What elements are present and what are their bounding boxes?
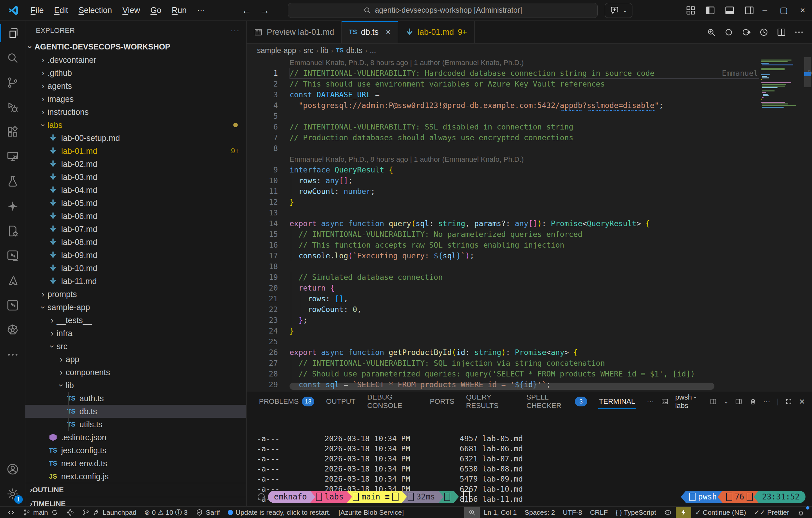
explorer-more-icon[interactable]: ··· bbox=[231, 26, 240, 35]
panel-close-icon[interactable]: × bbox=[799, 396, 805, 407]
tree-item-lab-07.md[interactable]: lab-07.md bbox=[25, 223, 246, 236]
panel-tab-debug-console[interactable]: DEBUG CONSOLE bbox=[363, 392, 423, 411]
status-sarif[interactable]: Sarif bbox=[192, 507, 224, 518]
status-launchpad[interactable]: Launchpad bbox=[78, 507, 141, 518]
status-indentation[interactable]: Spaces: 2 bbox=[521, 507, 559, 518]
breadcrumb-item[interactable]: src bbox=[303, 46, 314, 55]
status-update-ready[interactable]: Update is ready, click to restart. bbox=[224, 507, 335, 518]
tree-item-lab-06.md[interactable]: lab-06.md bbox=[25, 209, 246, 223]
command-center[interactable]: agentic-devsecops-workshop [Administrato… bbox=[288, 3, 598, 18]
toggle-panel-icon[interactable] bbox=[724, 5, 735, 16]
breadcrumb-item[interactable]: db.ts bbox=[346, 46, 362, 55]
minimize-button[interactable]: – bbox=[755, 0, 774, 21]
gitlens-icon[interactable] bbox=[706, 27, 716, 37]
status-notifications[interactable] bbox=[793, 507, 809, 518]
run-timer-icon[interactable] bbox=[759, 27, 769, 37]
activity-files-icon[interactable] bbox=[0, 21, 25, 46]
tree-item-labs[interactable]: ›labs bbox=[25, 118, 246, 132]
forward-icon[interactable]: → bbox=[260, 5, 270, 16]
activity-azure-icon[interactable] bbox=[0, 268, 25, 293]
more-actions-icon[interactable] bbox=[794, 27, 804, 37]
tree-item-.github[interactable]: ›.github bbox=[25, 66, 246, 79]
tree-item-next.config.js[interactable]: JSnext.config.js bbox=[25, 470, 246, 483]
tree-item-db.ts[interactable]: TSdb.ts bbox=[25, 405, 246, 418]
menu-selection[interactable]: Selection bbox=[73, 3, 117, 18]
maximize-button[interactable]: ▢ bbox=[774, 0, 793, 21]
panel-tab-query-results[interactable]: QUERY RESULTS bbox=[462, 392, 520, 411]
activity-sparkle-icon[interactable] bbox=[0, 194, 25, 219]
activity-settings-gear-icon[interactable]: 1 bbox=[0, 482, 25, 506]
section-timeline[interactable]: ›TIMELINE bbox=[25, 497, 246, 506]
copilot-menu-button[interactable]: ⌄ bbox=[605, 3, 632, 18]
terminal[interactable]: -a--- 2026-03-18 10:34 PM 4957 lab-05.md… bbox=[257, 413, 806, 506]
chevron-down-icon[interactable]: ⌄ bbox=[724, 398, 728, 405]
close-tab-icon[interactable]: × bbox=[386, 27, 391, 37]
activity-search-icon[interactable] bbox=[0, 46, 25, 70]
tree-item-utils.ts[interactable]: TSutils.ts bbox=[25, 418, 246, 431]
horizontal-scrollbar[interactable] bbox=[290, 383, 715, 390]
status-copilot[interactable] bbox=[660, 507, 676, 518]
tree-item-.devcontainer[interactable]: ›.devcontainer bbox=[25, 53, 246, 66]
breadcrumb-item[interactable]: lib bbox=[321, 46, 328, 55]
tree-item-lab-10.md[interactable]: lab-10.md bbox=[25, 262, 246, 275]
close-button[interactable]: × bbox=[793, 0, 812, 21]
circle-icon[interactable] bbox=[724, 27, 734, 37]
panel-tab-spell-checker[interactable]: SPELL CHECKER3 bbox=[522, 392, 592, 411]
status-problems-summary[interactable]: ⊗ 0 ⚠ 10 ⓘ 3 bbox=[140, 507, 191, 518]
tree-item-lab-03.md[interactable]: lab-03.md bbox=[25, 171, 246, 183]
tree-item-infra[interactable]: ›infra bbox=[25, 327, 246, 340]
panel-tab-ports[interactable]: PORTS bbox=[425, 392, 459, 411]
menu-file[interactable]: File bbox=[25, 3, 49, 18]
activity-testing-icon[interactable] bbox=[0, 169, 25, 194]
activity-extensions-icon[interactable] bbox=[0, 120, 25, 144]
status-branch-sync[interactable]: main bbox=[19, 507, 62, 518]
tree-item-app[interactable]: ›app bbox=[25, 353, 246, 366]
tree-item-prompts[interactable]: ›prompts bbox=[25, 288, 246, 300]
panel-tab-output[interactable]: OUTPUT bbox=[321, 392, 360, 411]
tree-item-lib[interactable]: ›lib bbox=[25, 379, 246, 392]
tree-item-src[interactable]: ›src bbox=[25, 340, 246, 353]
tree-item-next-env.d.ts[interactable]: TSnext-env.d.ts bbox=[25, 457, 246, 470]
tree-item-instructions[interactable]: ›instructions bbox=[25, 106, 246, 118]
customize-layout-icon[interactable] bbox=[685, 5, 696, 16]
toggle-secondary-sidebar-icon[interactable] bbox=[744, 5, 755, 16]
menu-go[interactable]: Go bbox=[145, 3, 166, 18]
activity-kubernetes-icon[interactable] bbox=[0, 318, 25, 342]
tree-item-__tests__[interactable]: ›__tests__ bbox=[25, 314, 246, 327]
tab-Preview lab-01.md[interactable]: Preview lab-01.md bbox=[246, 21, 342, 43]
status-zoom-indicator[interactable] bbox=[464, 507, 480, 518]
status-language-mode[interactable]: { } TypeScript bbox=[612, 507, 660, 518]
status-cursor-position[interactable]: Ln 1, Col 1 bbox=[480, 507, 521, 518]
panel-more-icon[interactable]: ··· bbox=[763, 397, 771, 406]
split-terminal-icon[interactable] bbox=[709, 397, 717, 406]
tree-item-lab-00-setup.md[interactable]: lab-00-setup.md bbox=[25, 132, 246, 144]
breadcrumb-item[interactable]: sample-app bbox=[257, 46, 296, 55]
circle-arrow-icon[interactable] bbox=[741, 27, 752, 37]
toggle-sidebar-icon[interactable] bbox=[705, 5, 716, 16]
breadcrumb-item[interactable]: ... bbox=[370, 46, 376, 55]
terminal-instance-label[interactable]: pwsh - labs bbox=[675, 393, 703, 410]
tree-item-agents[interactable]: ›agents bbox=[25, 79, 246, 92]
status-encoding[interactable]: UTF-8 bbox=[559, 507, 586, 518]
activity-accounts-icon[interactable] bbox=[0, 457, 25, 482]
activity-terraform-cloud-icon[interactable] bbox=[0, 243, 25, 268]
tree-root[interactable]: ›AGENTIC-DEVSECOPS-WORKSHOP bbox=[25, 40, 246, 53]
tree-item-lab-11.md[interactable]: lab-11.md bbox=[25, 275, 246, 288]
tree-item-lab-04.md[interactable]: lab-04.md bbox=[25, 183, 246, 197]
tree-item-auth.ts[interactable]: TSauth.ts bbox=[25, 392, 246, 405]
back-icon[interactable]: ← bbox=[242, 5, 252, 16]
tree-item-.eslintrc.json[interactable]: .eslintrc.json bbox=[25, 431, 246, 444]
activity-run-debug-icon[interactable] bbox=[0, 95, 25, 120]
tree-item-components[interactable]: ›components bbox=[25, 366, 246, 379]
menu-run[interactable]: Run bbox=[167, 3, 192, 18]
tree-item-lab-05.md[interactable]: lab-05.md bbox=[25, 197, 246, 209]
activity-more-icon[interactable] bbox=[0, 342, 25, 367]
tree-item-lab-01.md[interactable]: lab-01.md9+ bbox=[25, 144, 246, 157]
status-git-graph[interactable] bbox=[62, 507, 78, 518]
panel-tab-terminal[interactable]: TERMINAL bbox=[594, 392, 640, 411]
tree-item-sample-app[interactable]: ›sample-app bbox=[25, 300, 246, 314]
split-editor-icon[interactable] bbox=[776, 27, 787, 37]
menu-more[interactable]: ··· bbox=[192, 3, 210, 18]
maximize-icon[interactable] bbox=[785, 397, 792, 406]
status-azurite[interactable]: [Azurite Blob Service] bbox=[335, 507, 408, 518]
